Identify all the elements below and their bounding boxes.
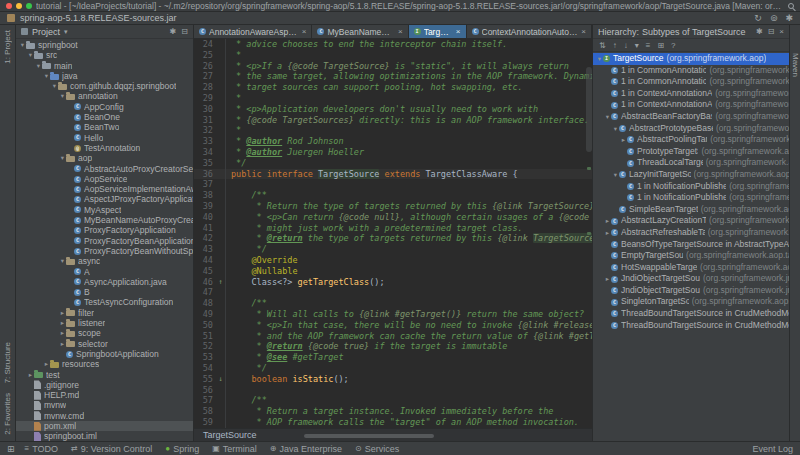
hierarchy-row[interactable]: CBeansOfTypeTargetSource in AbstractType… bbox=[593, 239, 789, 251]
tool-button-project[interactable]: 1: Project bbox=[3, 30, 12, 64]
code-line[interactable]: 37 bbox=[194, 179, 592, 190]
project-tree-item[interactable]: ▾aop bbox=[16, 153, 193, 163]
project-tree-item[interactable]: CProxyFactoryApplication bbox=[16, 225, 193, 235]
tree-toggle-icon[interactable]: ▾ bbox=[59, 153, 66, 163]
code-line[interactable]: 53 * @see #getTarget bbox=[194, 352, 592, 363]
tab-close-icon[interactable]: × bbox=[456, 27, 461, 36]
code-line[interactable]: 57 /** bbox=[194, 395, 592, 406]
tree-toggle-icon[interactable]: ▾ bbox=[604, 111, 611, 123]
sort-alphabetically-icon[interactable]: ≡ bbox=[646, 41, 651, 50]
search-icon[interactable] bbox=[788, 3, 794, 9]
code-line[interactable]: 34 * @author Juergen Hoeller bbox=[194, 147, 592, 158]
code-line[interactable]: 50 * <p>In that case, there will be no n… bbox=[194, 320, 592, 331]
hierarchy-row[interactable]: CSingletonTargetSource(org.springframewo… bbox=[593, 296, 789, 308]
editor[interactable]: 24 * advice chooses to end the intercept… bbox=[194, 39, 592, 428]
project-tree-item[interactable]: ▾annotation bbox=[16, 91, 193, 101]
statusbar-item-jee[interactable]: ⊕Java Enterprise bbox=[270, 444, 342, 454]
tree-toggle-icon[interactable]: ▸ bbox=[604, 215, 611, 227]
hierarchy-row[interactable]: CEmptyTargetSource(org.springframework.a… bbox=[593, 250, 789, 262]
code-line[interactable]: 28 * target sources can support pooling,… bbox=[194, 82, 592, 93]
project-tree-item[interactable]: ▾src bbox=[16, 50, 193, 60]
code-line[interactable]: 44 @Override bbox=[194, 255, 592, 266]
hierarchy-row[interactable]: CThreadLocalTargetSource(org.springframe… bbox=[593, 157, 789, 169]
help-icon[interactable]: ? bbox=[671, 41, 675, 50]
tree-toggle-icon[interactable]: ▸ bbox=[59, 339, 66, 349]
project-tree-item[interactable]: CAopService bbox=[16, 174, 193, 184]
project-tree-item[interactable]: CAppConfig bbox=[16, 102, 193, 112]
code-line[interactable]: 52 * @return {@code true} if the target … bbox=[194, 341, 592, 352]
code-line[interactable]: 40 * <p>Can return {@code null}, althoug… bbox=[194, 212, 592, 223]
hierarchy-row[interactable]: C1 in NotificationPublisherAwareLazyTarg… bbox=[593, 181, 789, 193]
hierarchy-row[interactable]: ▾CAbstractPrototypeBasedTargetSource(org… bbox=[593, 123, 789, 135]
tab-close-icon[interactable]: × bbox=[302, 27, 307, 36]
hierarchy-row[interactable]: CHotSwappableTargetSource(org.springfram… bbox=[593, 262, 789, 274]
code-line[interactable]: 30 * <p>Application developers don't usu… bbox=[194, 104, 592, 115]
hierarchy-row[interactable]: CThreadBoundTargetSource in CrudMethodMe… bbox=[593, 320, 789, 332]
project-tree-item[interactable]: CSpringbootApplication bbox=[16, 349, 193, 359]
tree-toggle-icon[interactable]: ▸ bbox=[27, 370, 34, 380]
hierarchy-row[interactable]: C1 in ContextAnnotationAutowireCandidate… bbox=[593, 88, 789, 100]
statusbar-item-todo[interactable]: ≡TODO bbox=[25, 444, 59, 454]
project-tree-item[interactable]: ▸resources bbox=[16, 359, 193, 369]
editor-breadcrumb[interactable]: TargetSource bbox=[203, 430, 257, 440]
project-tree-item[interactable]: mvnw.cmd bbox=[16, 411, 193, 421]
close-icon[interactable]: × bbox=[779, 27, 784, 36]
code-line[interactable]: 35 */ bbox=[194, 158, 592, 169]
code-line[interactable]: 43 */ bbox=[194, 244, 592, 255]
hierarchy-row[interactable]: C1 in NotificationPublisherAwareLazyTarg… bbox=[593, 192, 789, 204]
window-close-button[interactable] bbox=[6, 3, 12, 9]
code-line[interactable]: 47 bbox=[194, 287, 592, 298]
project-tree-item[interactable]: ▸test bbox=[16, 370, 193, 380]
project-tree-item[interactable]: ▸selector bbox=[16, 339, 193, 349]
hierarchy-row[interactable]: C1 in CommonAnnotationBeanPostProcessor(… bbox=[593, 65, 789, 77]
settings-icon[interactable]: ✱ bbox=[785, 13, 793, 23]
code-line[interactable]: 36public interface TargetSource extends … bbox=[194, 169, 592, 180]
project-tree-item[interactable]: .gitignore bbox=[16, 380, 193, 390]
project-tree-item[interactable]: ▸listener bbox=[16, 318, 193, 328]
project-tree-item[interactable]: CBeanTwo bbox=[16, 122, 193, 132]
code-line[interactable]: 49 * Will all calls to {@link #getTarget… bbox=[194, 309, 592, 320]
code-line[interactable]: 58 * Return a target instance. Invoked i… bbox=[194, 406, 592, 417]
project-tree-item[interactable]: pom.xml bbox=[16, 421, 193, 431]
project-tree-item[interactable]: ▾async bbox=[16, 256, 193, 266]
hierarchy-row[interactable]: ▾CAbstractBeanFactoryBasedTargetSource(o… bbox=[593, 111, 789, 123]
code-line[interactable]: 59 * AOP framework calls the "target" of… bbox=[194, 417, 592, 428]
subtypes-hierarchy-icon[interactable]: ↓ bbox=[624, 41, 628, 50]
tree-toggle-icon[interactable]: ▸ bbox=[604, 273, 611, 285]
hide-icon[interactable]: ⊟ bbox=[768, 27, 775, 36]
collapse-all-icon[interactable]: ⊟ bbox=[181, 27, 188, 36]
hierarchy-row[interactable]: CJndiObjectTargetSource(org.springframew… bbox=[593, 285, 789, 297]
project-tree-item[interactable]: springboot.iml bbox=[16, 431, 193, 441]
tool-window-switcher-icon[interactable]: ⊞ bbox=[7, 444, 15, 454]
project-tree-item[interactable]: CA bbox=[16, 267, 193, 277]
tree-toggle-icon[interactable]: ▾ bbox=[612, 123, 619, 135]
hierarchy-row[interactable]: ▸CAbstractLazyCreationTargetSource(org.s… bbox=[593, 215, 789, 227]
scrollbar-thumb[interactable] bbox=[586, 67, 592, 152]
editor-tab[interactable]: CAnnotationAwareAspectJAutoProxyCreator.… bbox=[194, 25, 312, 38]
code-line[interactable]: 51 * and the AOP framework can cache the… bbox=[194, 331, 592, 342]
window-zoom-button[interactable] bbox=[26, 3, 32, 9]
tree-toggle-icon[interactable]: ▾ bbox=[51, 81, 58, 91]
tool-button-favorites[interactable]: 2: Favorites bbox=[3, 393, 12, 435]
maven-refresh-icon[interactable]: ↻ bbox=[754, 13, 762, 23]
statusbar-item-vcs[interactable]: ⇄9: Version Control bbox=[71, 444, 152, 454]
code-line[interactable]: 54 */ bbox=[194, 363, 592, 374]
build-icon[interactable]: ⊚ bbox=[770, 13, 778, 23]
project-tree-item[interactable]: CB bbox=[16, 287, 193, 297]
hierarchy-row[interactable]: CPrototypeTargetSource(org.springframewo… bbox=[593, 146, 789, 158]
code-line[interactable]: 33 * @author Rod Johnson bbox=[194, 136, 592, 147]
hierarchy-row[interactable]: ▸CAbstractRefreshableTargetSource(org.sp… bbox=[593, 227, 789, 239]
implement-gutter-icon[interactable]: ↓ bbox=[216, 374, 226, 385]
project-tree-item[interactable]: ▸filter bbox=[16, 308, 193, 318]
code-line[interactable]: 38 /** bbox=[194, 190, 592, 201]
project-tree-item[interactable]: CHello bbox=[16, 133, 193, 143]
hierarchy-row[interactable]: C1 in CommonAnnotationBeanPostProcessor(… bbox=[593, 76, 789, 88]
tree-toggle-icon[interactable]: ▸ bbox=[59, 328, 66, 338]
code-line[interactable]: 46↑ Class<?> getTargetClass(); bbox=[194, 277, 592, 288]
tree-toggle-icon[interactable]: ▾ bbox=[43, 71, 50, 81]
event-log-button[interactable]: Event Log bbox=[752, 444, 793, 454]
tab-close-icon[interactable]: × bbox=[398, 27, 403, 36]
project-tree-item[interactable]: HELP.md bbox=[16, 390, 193, 400]
editor-tab[interactable]: CMyBeanNameAutoProxyCreator.java× bbox=[312, 25, 408, 38]
horizontal-scrollbar[interactable] bbox=[304, 434, 434, 438]
